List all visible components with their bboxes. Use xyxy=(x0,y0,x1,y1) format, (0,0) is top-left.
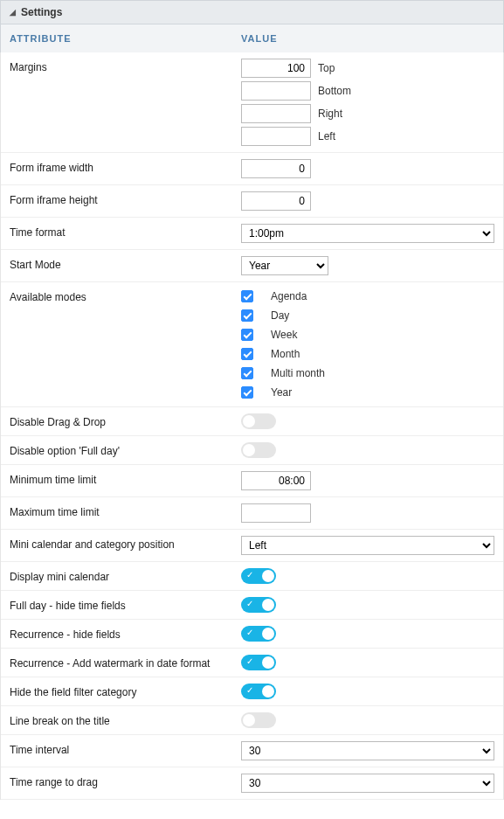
mode-multimonth-checkbox[interactable] xyxy=(241,367,253,379)
mode-week-label: Week xyxy=(271,329,297,341)
time-interval-label: Time interval xyxy=(10,741,241,756)
mini-cal-position-label: Mini calendar and category position xyxy=(10,536,241,551)
margin-left-input[interactable] xyxy=(241,127,311,146)
mode-year-label: Year xyxy=(271,386,292,399)
margin-bottom-label: Bottom xyxy=(318,85,351,97)
margin-top-label: Top xyxy=(318,62,335,74)
start-mode-label: Start Mode xyxy=(10,256,241,271)
display-mini-cal-label: Display mini calendar xyxy=(10,568,241,583)
time-format-label: Time format xyxy=(10,224,241,239)
start-mode-select[interactable]: Year xyxy=(241,256,328,275)
row-full-day-hide-time: Full day - hide time fields ✓ xyxy=(1,591,503,620)
mode-month-label: Month xyxy=(271,348,300,360)
full-day-hide-time-label: Full day - hide time fields xyxy=(10,597,241,612)
time-format-select[interactable]: 1:00pm xyxy=(241,224,494,243)
recurrence-watermark-label: Recurrence - Add watermark in date forma… xyxy=(10,655,241,670)
row-disable-drag-drop: Disable Drag & Drop xyxy=(1,407,503,436)
margin-right-input[interactable] xyxy=(241,104,311,123)
margin-left-label: Left xyxy=(318,130,335,142)
recurrence-hide-label: Recurrence - hide fields xyxy=(10,626,241,641)
column-value: VALUE xyxy=(241,33,494,44)
iframe-width-input[interactable] xyxy=(241,159,311,178)
iframe-height-input[interactable] xyxy=(241,191,311,211)
disable-full-day-label: Disable option 'Full day' xyxy=(10,442,241,457)
panel-header[interactable]: ◢ Settings xyxy=(0,0,504,24)
available-modes-list: Agenda Day Week Month Multi month Year xyxy=(241,288,494,400)
row-available-modes: Available modes Agenda Day Week Month Mu… xyxy=(1,282,503,407)
max-time-limit-label: Maximum time limit xyxy=(10,503,241,518)
margin-bottom-input[interactable] xyxy=(241,81,311,101)
recurrence-watermark-toggle[interactable]: ✓ xyxy=(241,655,276,670)
time-interval-select[interactable]: 30 xyxy=(241,741,494,760)
row-start-mode: Start Mode Year xyxy=(1,250,503,282)
row-mini-cal-position: Mini calendar and category position Left xyxy=(1,530,503,562)
mode-multimonth-label: Multi month xyxy=(271,367,325,379)
row-max-time-limit: Maximum time limit xyxy=(1,497,503,530)
hide-filter-category-label: Hide the field filter category xyxy=(10,684,241,698)
time-range-drag-label: Time range to drag xyxy=(10,774,241,788)
available-modes-label: Available modes xyxy=(10,288,241,303)
settings-rows: Margins Top Bottom Right Left Form ifram… xyxy=(0,52,504,800)
disable-drag-drop-label: Disable Drag & Drop xyxy=(10,413,241,428)
row-min-time-limit: Minimum time limit xyxy=(1,465,503,497)
collapse-icon: ◢ xyxy=(10,8,16,17)
row-recurrence-watermark: Recurrence - Add watermark in date forma… xyxy=(1,649,503,677)
mode-agenda-label: Agenda xyxy=(271,290,307,302)
row-display-mini-cal: Display mini calendar ✓ xyxy=(1,562,503,591)
mode-year-checkbox[interactable] xyxy=(241,386,253,399)
disable-drag-drop-toggle[interactable] xyxy=(241,413,276,429)
row-time-format: Time format 1:00pm xyxy=(1,218,503,250)
iframe-height-label: Form iframe height xyxy=(10,191,241,206)
row-margins: Margins Top Bottom Right Left xyxy=(1,52,503,153)
mode-week-checkbox[interactable] xyxy=(241,329,253,341)
margin-right-label: Right xyxy=(318,108,342,120)
margins-label: Margins xyxy=(10,59,241,73)
hide-filter-category-toggle[interactable]: ✓ xyxy=(241,684,276,699)
mode-agenda-checkbox[interactable] xyxy=(241,290,253,302)
disable-full-day-toggle[interactable] xyxy=(241,442,276,458)
column-attribute: ATTRIBUTE xyxy=(10,33,241,44)
mode-day-checkbox[interactable] xyxy=(241,309,253,322)
line-break-title-label: Line break on the title xyxy=(10,712,241,727)
min-time-limit-label: Minimum time limit xyxy=(10,471,241,486)
row-recurrence-hide: Recurrence - hide fields ✓ xyxy=(1,620,503,649)
recurrence-hide-toggle[interactable]: ✓ xyxy=(241,626,276,642)
line-break-title-toggle[interactable] xyxy=(241,712,276,728)
time-range-drag-select[interactable]: 30 xyxy=(241,774,494,793)
mode-day-label: Day xyxy=(271,309,289,322)
row-hide-filter-category: Hide the field filter category ✓ xyxy=(1,677,503,706)
panel-title: Settings xyxy=(21,6,62,18)
column-header: ATTRIBUTE VALUE xyxy=(0,24,504,52)
row-disable-full-day: Disable option 'Full day' xyxy=(1,436,503,465)
row-iframe-height: Form iframe height xyxy=(1,185,503,218)
full-day-hide-time-toggle[interactable]: ✓ xyxy=(241,597,276,613)
row-line-break-title: Line break on the title xyxy=(1,706,503,735)
margin-top-input[interactable] xyxy=(241,59,311,78)
row-time-range-drag: Time range to drag 30 xyxy=(1,767,503,800)
max-time-limit-input[interactable] xyxy=(241,503,311,523)
mode-month-checkbox[interactable] xyxy=(241,348,253,360)
row-time-interval: Time interval 30 xyxy=(1,735,503,767)
row-iframe-width: Form iframe width xyxy=(1,153,503,185)
mini-cal-position-select[interactable]: Left xyxy=(241,536,494,555)
display-mini-cal-toggle[interactable]: ✓ xyxy=(241,568,276,584)
iframe-width-label: Form iframe width xyxy=(10,159,241,174)
min-time-limit-input[interactable] xyxy=(241,471,311,490)
